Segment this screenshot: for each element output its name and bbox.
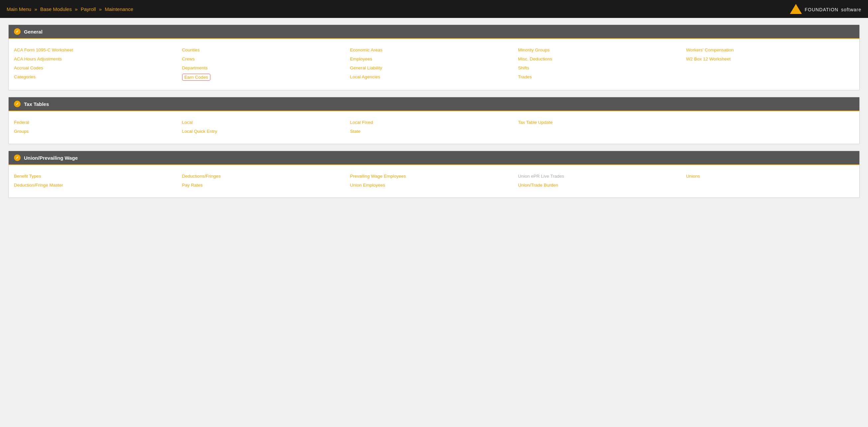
breadcrumb-base-modules[interactable]: Base Modules — [40, 6, 72, 12]
link-unions[interactable]: Unions — [686, 173, 854, 179]
general-section-body: ACA Form 1095-C Worksheet Counties Econo… — [9, 38, 859, 90]
link-economic-areas[interactable]: Economic Areas — [350, 47, 518, 53]
link-local-agencies[interactable]: Local Agencies — [350, 74, 518, 80]
separator-3: » — [99, 6, 103, 12]
link-union-employees[interactable]: Union Employees — [350, 182, 518, 188]
link-local-quick-entry[interactable]: Local Quick Entry — [182, 128, 350, 134]
link-pay-rates[interactable]: Pay Rates — [182, 182, 350, 188]
tax-tables-links-table: Federal Local Local Fixed Tax Table Upda… — [14, 118, 854, 136]
link-aca-hours[interactable]: ACA Hours Adjustments — [14, 56, 182, 62]
table-row: Accrual Codes Departments General Liabil… — [14, 63, 854, 72]
logo-triangle-icon — [790, 4, 802, 14]
union-links-table: Benefit Types Deductions/Fringes Prevail… — [14, 172, 854, 190]
link-federal[interactable]: Federal — [14, 119, 182, 126]
union-prevailing-wage-section: ✓ Union/Prevailing Wage Benefit Types De… — [8, 151, 860, 198]
link-departments[interactable]: Departments — [182, 65, 350, 71]
general-section-header: ✓ General — [9, 25, 859, 38]
link-tax-table-update[interactable]: Tax Table Update — [518, 119, 686, 126]
link-w2-box12[interactable]: W2 Box 12 Worksheet — [686, 56, 854, 62]
link-groups[interactable]: Groups — [14, 128, 182, 134]
link-categories[interactable]: Categories — [14, 74, 182, 80]
tax-tables-section-body: Federal Local Local Fixed Tax Table Upda… — [9, 110, 859, 144]
main-content: ✓ General ACA Form 1095-C Worksheet Coun… — [0, 18, 868, 211]
breadcrumb-payroll[interactable]: Payroll — [81, 6, 96, 12]
link-deduction-fringe-master[interactable]: Deduction/Fringe Master — [14, 182, 182, 188]
link-deductions-fringes[interactable]: Deductions/Fringes — [182, 173, 350, 179]
table-row: ACA Form 1095-C Worksheet Counties Econo… — [14, 45, 854, 55]
link-union-trade-burden[interactable]: Union/Trade Burden — [518, 182, 686, 188]
link-shifts[interactable]: Shifts — [518, 65, 686, 71]
general-section-title: General — [24, 29, 42, 35]
link-accrual-codes[interactable]: Accrual Codes — [14, 65, 182, 71]
union-section-header: ✓ Union/Prevailing Wage — [9, 151, 859, 164]
breadcrumb: Main Menu » Base Modules » Payroll » Mai… — [7, 6, 133, 12]
link-union-epr-live-trades: Union ePR Live Trades — [518, 173, 686, 179]
general-check-icon: ✓ — [14, 28, 21, 35]
tax-tables-section-header: ✓ Tax Tables — [9, 97, 859, 110]
tax-tables-check-icon: ✓ — [14, 101, 21, 107]
link-trades[interactable]: Trades — [518, 74, 686, 80]
union-section-body: Benefit Types Deductions/Fringes Prevail… — [9, 164, 859, 198]
tax-tables-section: ✓ Tax Tables Federal Local Local Fixed T… — [8, 97, 860, 144]
link-aca-form[interactable]: ACA Form 1095-C Worksheet — [14, 47, 182, 53]
table-row: Groups Local Quick Entry State — [14, 127, 854, 136]
table-row: Benefit Types Deductions/Fringes Prevail… — [14, 172, 854, 180]
union-check-icon: ✓ — [14, 154, 21, 161]
link-earn-codes[interactable]: Earn Codes — [182, 74, 210, 81]
breadcrumb-main-menu[interactable]: Main Menu — [7, 6, 31, 12]
link-benefit-types[interactable]: Benefit Types — [14, 173, 182, 179]
link-prevailing-wage-employees[interactable]: Prevailing Wage Employees — [350, 173, 518, 179]
separator-2: » — [75, 6, 79, 12]
logo-brand: FOUNDATION — [805, 7, 838, 12]
link-misc-deductions[interactable]: Misc. Deductions — [518, 56, 686, 62]
union-section-title: Union/Prevailing Wage — [24, 155, 78, 161]
logo-suffix: software — [841, 7, 861, 12]
link-minority-groups[interactable]: Minority Groups — [518, 47, 686, 53]
link-general-liability[interactable]: General Liability — [350, 65, 518, 71]
logo-area: FOUNDATION software — [790, 4, 861, 14]
link-workers-compensation[interactable]: Workers' Compensation — [686, 47, 854, 53]
link-employees[interactable]: Employees — [350, 56, 518, 62]
link-state[interactable]: State — [350, 128, 518, 134]
link-local-fixed[interactable]: Local Fixed — [350, 119, 518, 126]
link-crews[interactable]: Crews — [182, 56, 350, 62]
table-row: Categories Earn Codes Local Agencies Tra… — [14, 72, 854, 82]
tax-tables-section-title: Tax Tables — [24, 101, 49, 107]
table-row: Deduction/Fringe Master Pay Rates Union … — [14, 180, 854, 190]
table-row: Federal Local Local Fixed Tax Table Upda… — [14, 118, 854, 127]
separator-1: » — [34, 6, 38, 12]
breadcrumb-maintenance[interactable]: Maintenance — [105, 6, 133, 12]
link-local[interactable]: Local — [182, 119, 350, 126]
general-links-table: ACA Form 1095-C Worksheet Counties Econo… — [14, 45, 854, 82]
link-counties[interactable]: Counties — [182, 47, 350, 53]
logo-text: FOUNDATION software — [805, 5, 861, 13]
table-row: ACA Hours Adjustments Crews Employees Mi… — [14, 55, 854, 63]
top-nav: Main Menu » Base Modules » Payroll » Mai… — [0, 0, 868, 18]
general-section: ✓ General ACA Form 1095-C Worksheet Coun… — [8, 25, 860, 90]
